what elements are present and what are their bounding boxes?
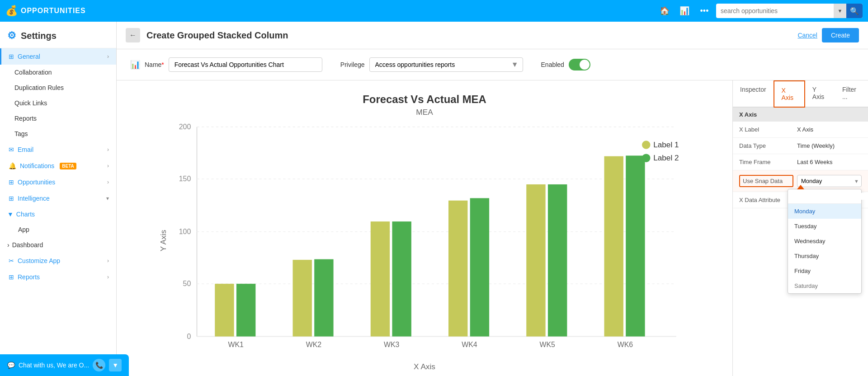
chat-phone-button[interactable]: 📞 <box>93 359 105 371</box>
chart-container: Forecast Vs Actual MEA MEA Y Axis X Axis <box>117 80 732 376</box>
bar-wk2-label1 <box>293 260 312 337</box>
notifications-chevron-icon: › <box>107 163 109 169</box>
search-bar: ▼ 🔍 <box>716 4 863 18</box>
sidebar-item-intelligence-label: Intelligence <box>18 195 50 202</box>
data-type-label: Data Type <box>739 142 793 149</box>
search-dropdown-button[interactable]: ▼ <box>834 4 846 18</box>
header-actions: Cancel Create <box>797 28 859 42</box>
back-button[interactable]: ← <box>126 28 140 42</box>
tab-filter[interactable]: Filter ... <box>835 80 868 108</box>
dropdown-search-input[interactable] <box>792 193 868 200</box>
svg-text:WK6: WK6 <box>618 341 633 348</box>
enabled-label: Enabled <box>541 61 564 68</box>
tab-inspector[interactable]: Inspector <box>733 80 774 108</box>
day-options-list: 🔍 Monday Tuesday Wednesday Thursday Frid… <box>788 189 862 294</box>
sidebar-item-reports-bottom-label: Reports <box>18 273 40 281</box>
x-label-value: X Axis <box>797 126 862 133</box>
svg-text:50: 50 <box>183 280 191 287</box>
tab-x-axis[interactable]: X Axis <box>774 80 805 108</box>
dropdown-search-area: 🔍 <box>788 189 861 204</box>
chart-body: Forecast Vs Actual MEA MEA Y Axis X Axis <box>117 80 868 376</box>
create-button[interactable]: Create <box>822 28 859 42</box>
name-form-group: 📊 Name* <box>130 57 322 72</box>
dropdown-item-wednesday[interactable]: Wednesday <box>788 234 861 249</box>
sidebar-item-quick-links[interactable]: Quick Links <box>0 95 116 111</box>
top-bar: 💰 OPPORTUNITIES 🏠 📊 ••• ▼ 🔍 <box>0 0 868 22</box>
sidebar-item-notifications[interactable]: 🔔 Notifications BETA › <box>0 158 116 174</box>
tab-y-axis[interactable]: Y Axis <box>805 80 835 108</box>
use-snap-data-label: Use Snap Data <box>739 175 793 187</box>
svg-text:Y Axis: Y Axis <box>159 230 168 252</box>
enabled-toggle[interactable] <box>569 59 590 70</box>
chart-button[interactable]: 📊 <box>676 3 693 19</box>
name-input[interactable] <box>169 57 322 72</box>
sidebar-item-charts-app[interactable]: App <box>0 222 116 237</box>
sidebar-item-charts[interactable]: ▼ Charts <box>0 207 116 222</box>
x-data-attribute-label: X Data Attribute <box>739 197 793 203</box>
svg-text:0: 0 <box>187 333 191 340</box>
bar-wk2-label2 <box>314 259 333 337</box>
search-go-button[interactable]: 🔍 <box>846 4 863 18</box>
privilege-form-group: Privilege Access opportunities reports ▼ <box>340 57 523 72</box>
sidebar-item-duplication-rules[interactable]: Duplication Rules <box>0 80 116 95</box>
sidebar-item-collaboration[interactable]: Collaboration <box>0 65 116 80</box>
bar-wk5-label2 <box>548 184 567 337</box>
sidebar-item-intelligence[interactable]: ⊞ Intelligence ▾ <box>0 190 116 207</box>
sidebar-item-general[interactable]: ⊞ General › <box>0 48 116 65</box>
sidebar-item-tags[interactable]: Tags <box>0 126 116 141</box>
svg-point-24 <box>642 154 651 162</box>
logo-icon: 💰 <box>5 5 18 17</box>
more-button[interactable]: ••• <box>696 3 712 19</box>
panel-row-use-snap-data: Use Snap Data Monday Tuesday Wednesday T… <box>733 170 868 192</box>
search-input[interactable] <box>716 7 834 14</box>
dashboard-expand-arrow: › <box>7 241 9 249</box>
snap-data-select[interactable]: Monday Tuesday Wednesday Thursday Friday… <box>797 175 862 187</box>
cancel-button[interactable]: Cancel <box>797 32 817 39</box>
app-name: OPPORTUNITIES <box>21 7 86 15</box>
sidebar-item-email-label: Email <box>18 146 33 153</box>
chat-widget[interactable]: 💬 Chat with us, We are O... 📞 ▼ <box>0 354 129 376</box>
dropdown-item-saturday[interactable]: Saturday <box>788 278 861 293</box>
enabled-form-group: Enabled <box>541 59 590 70</box>
sidebar-item-customize-app-label: Customize App <box>18 257 60 264</box>
chat-minimize-button[interactable]: ▼ <box>109 359 122 371</box>
sidebar-item-reports[interactable]: Reports <box>0 111 116 126</box>
chart-bar-icon: 📊 <box>130 60 140 70</box>
dropdown-item-thursday[interactable]: Thursday <box>788 249 861 263</box>
snap-select-wrapper: Monday Tuesday Wednesday Thursday Friday… <box>797 175 862 187</box>
reports-chevron-icon: › <box>107 274 109 280</box>
dropdown-item-friday[interactable]: Friday <box>788 263 861 278</box>
bar-wk6-label2 <box>626 155 645 336</box>
privilege-select[interactable]: Access opportunities reports <box>369 57 523 72</box>
svg-text:WK5: WK5 <box>539 341 555 348</box>
sidebar-item-dashboard-label: Dashboard <box>12 241 43 249</box>
top-bar-actions: 🏠 📊 ••• ▼ 🔍 <box>656 3 863 19</box>
dropdown-item-monday[interactable]: Monday <box>788 204 861 219</box>
sidebar-item-email[interactable]: ✉ Email › <box>0 141 116 158</box>
svg-text:WK4: WK4 <box>462 341 477 348</box>
svg-text:100: 100 <box>179 228 191 235</box>
bar-wk4-label2 <box>470 198 489 336</box>
svg-text:Label 2: Label 2 <box>653 153 679 162</box>
sidebar-item-customize-app[interactable]: ✂ Customize App › <box>0 253 116 269</box>
sidebar-item-dashboard[interactable]: › Dashboard <box>0 237 116 253</box>
bar-wk1-label2 <box>236 284 255 337</box>
general-icon: ⊞ <box>9 53 14 60</box>
svg-text:Label 1: Label 1 <box>653 140 679 149</box>
right-panel: Inspector X Axis Y Axis Filter ... X Axi… <box>732 80 868 376</box>
svg-text:WK2: WK2 <box>306 341 322 348</box>
bar-wk3-label1 <box>371 221 390 336</box>
opportunities-chevron-icon: › <box>107 179 109 185</box>
sidebar-item-reports-bottom[interactable]: ⊞ Reports › <box>0 269 116 285</box>
dropdown-item-tuesday[interactable]: Tuesday <box>788 219 861 234</box>
email-icon: ✉ <box>9 146 14 153</box>
sidebar-item-opportunities[interactable]: ⊞ Opportunities › <box>0 174 116 190</box>
page-title: Create Grouped Stacked Column <box>146 30 288 41</box>
name-label: Name* <box>145 61 164 68</box>
email-chevron-icon: › <box>107 146 109 153</box>
settings-gear-icon: ⚙ <box>7 30 16 42</box>
svg-text:X Axis: X Axis <box>414 362 435 371</box>
svg-text:150: 150 <box>179 175 191 183</box>
home-button[interactable]: 🏠 <box>656 3 673 19</box>
customize-app-chevron-icon: › <box>107 258 109 264</box>
